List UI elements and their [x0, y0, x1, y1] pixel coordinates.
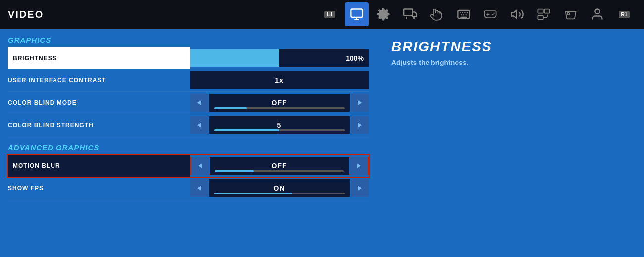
show-fps-value-wrap: ON — [209, 179, 350, 197]
color-blind-mode-progress — [214, 107, 345, 109]
graphics-settings-table: BRIGHTNESS 100% USER INTERFACE CONTRAST … — [8, 47, 369, 136]
nav-profile-icon[interactable] — [586, 2, 609, 26]
main-content: GRAPHICS BRIGHTNESS 100% USER INTERFACE … — [0, 29, 644, 257]
motion-blur-label: MOTION BLUR — [8, 155, 190, 177]
svg-rect-17 — [544, 9, 550, 13]
nav-audio-icon[interactable] — [505, 2, 529, 26]
nav-r1-badge[interactable]: R1 — [612, 2, 636, 26]
nav-monitor-icon[interactable] — [345, 2, 369, 26]
svg-marker-21 — [197, 100, 201, 106]
ui-contrast-control: 1x — [190, 69, 369, 92]
color-blind-mode-left-btn[interactable] — [190, 94, 208, 112]
keyboard-svg — [457, 7, 471, 21]
color-blind-mode-value-wrap: OFF — [209, 94, 350, 112]
nav-gear-icon[interactable] — [372, 2, 395, 26]
nav-keyboard-icon[interactable] — [452, 2, 476, 26]
chevron-left-icon-4 — [195, 184, 203, 192]
color-blind-strength-progress — [214, 129, 345, 131]
display-svg — [403, 7, 417, 21]
chevron-left-icon-2 — [195, 121, 203, 129]
color-blind-strength-right-btn[interactable] — [351, 116, 369, 134]
color-blind-mode-row: COLOR BLIND MODE OFF — [8, 92, 369, 114]
svg-point-5 — [413, 17, 415, 19]
profile-svg — [590, 7, 604, 21]
svg-marker-24 — [358, 123, 362, 128]
nav-display-icon[interactable] — [398, 2, 422, 26]
monitor-svg — [350, 7, 364, 21]
svg-marker-25 — [198, 163, 202, 169]
left-panel: GRAPHICS BRIGHTNESS 100% USER INTERFACE … — [0, 29, 376, 257]
svg-marker-23 — [197, 123, 201, 128]
right-panel-title: BRIGHTNESS — [391, 39, 629, 55]
share-svg — [537, 7, 551, 21]
color-blind-strength-value-wrap: 5 — [209, 116, 350, 134]
color-blind-mode-right-btn[interactable] — [351, 94, 369, 112]
motion-blur-arrow-control: OFF — [190, 157, 369, 175]
color-blind-mode-arrow-control: OFF — [190, 94, 369, 112]
svg-point-4 — [406, 17, 408, 19]
motion-blur-row: MOTION BLUR OFF — [8, 155, 369, 177]
color-blind-strength-left-btn[interactable] — [190, 116, 208, 134]
page-title: VIDEO — [8, 9, 44, 20]
motion-blur-right-btn[interactable] — [350, 157, 368, 175]
gear-svg — [376, 7, 390, 21]
color-blind-mode-value: OFF — [272, 99, 287, 107]
motion-blur-value-wrap: OFF — [210, 157, 349, 175]
svg-rect-3 — [404, 9, 413, 16]
chevron-right-icon-4 — [356, 184, 364, 192]
svg-marker-28 — [358, 186, 362, 191]
brightness-value: 100% — [346, 54, 364, 62]
show-fps-value: ON — [274, 184, 285, 192]
brightness-control: 100% — [190, 47, 369, 69]
color-blind-strength-label: COLOR BLIND STRENGTH — [8, 114, 190, 136]
nav-icons: L1 — [318, 2, 636, 26]
nav-controller-icon[interactable] — [479, 2, 502, 26]
svg-point-20 — [595, 9, 599, 14]
svg-rect-18 — [538, 15, 543, 19]
show-fps-left-btn[interactable] — [190, 179, 208, 197]
controller-svg — [483, 7, 497, 21]
show-fps-arrow-control: ON — [190, 179, 369, 197]
svg-rect-0 — [351, 9, 362, 17]
right-panel: BRIGHTNESS Adjusts the brightness. — [376, 29, 644, 257]
show-fps-progress-fill — [214, 193, 292, 194]
nav-touch-icon[interactable] — [425, 2, 449, 26]
advanced-graphics-settings-table: MOTION BLUR OFF — [8, 155, 369, 199]
show-fps-row: SHOW FPS ON — [8, 177, 369, 199]
chevron-right-icon — [356, 99, 364, 107]
r1-label: R1 — [619, 11, 630, 18]
chevron-left-icon — [195, 99, 203, 107]
show-fps-right-btn[interactable] — [351, 179, 369, 197]
brightness-fill — [190, 49, 279, 67]
brightness-row: BRIGHTNESS 100% — [8, 47, 369, 69]
show-fps-label: SHOW FPS — [8, 177, 190, 199]
motion-blur-left-btn[interactable] — [191, 157, 209, 175]
color-blind-strength-arrow-control: 5 — [190, 116, 369, 134]
ui-contrast-row: USER INTERFACE CONTRAST 1x — [8, 69, 369, 92]
gamepad-svg — [564, 7, 578, 21]
motion-blur-progress — [215, 170, 344, 172]
svg-point-19 — [567, 13, 570, 15]
color-blind-mode-control: OFF — [190, 92, 369, 114]
svg-marker-26 — [357, 163, 361, 169]
nav-gamepad-icon[interactable] — [559, 2, 583, 26]
svg-marker-22 — [358, 100, 362, 106]
show-fps-progress — [214, 193, 345, 194]
motion-blur-progress-fill — [215, 170, 254, 172]
ui-contrast-label: USER INTERFACE CONTRAST — [8, 69, 190, 92]
color-blind-strength-control: 5 — [190, 114, 369, 136]
svg-marker-27 — [197, 186, 201, 191]
nav-share-icon[interactable] — [532, 2, 556, 26]
top-bar: VIDEO L1 — [0, 0, 644, 29]
color-blind-strength-progress-fill — [214, 129, 279, 131]
nav-l1-badge[interactable]: L1 — [318, 2, 342, 26]
brightness-bar[interactable]: 100% — [190, 49, 369, 67]
advanced-graphics-section-title: ADVANCED GRAPHICS — [8, 143, 369, 152]
touch-svg — [430, 7, 444, 21]
color-blind-mode-progress-fill — [214, 107, 247, 109]
svg-marker-15 — [511, 10, 517, 18]
chevron-right-icon-2 — [356, 121, 364, 129]
svg-rect-16 — [538, 9, 543, 13]
audio-svg — [510, 7, 524, 21]
color-blind-mode-label: COLOR BLIND MODE — [8, 92, 190, 114]
